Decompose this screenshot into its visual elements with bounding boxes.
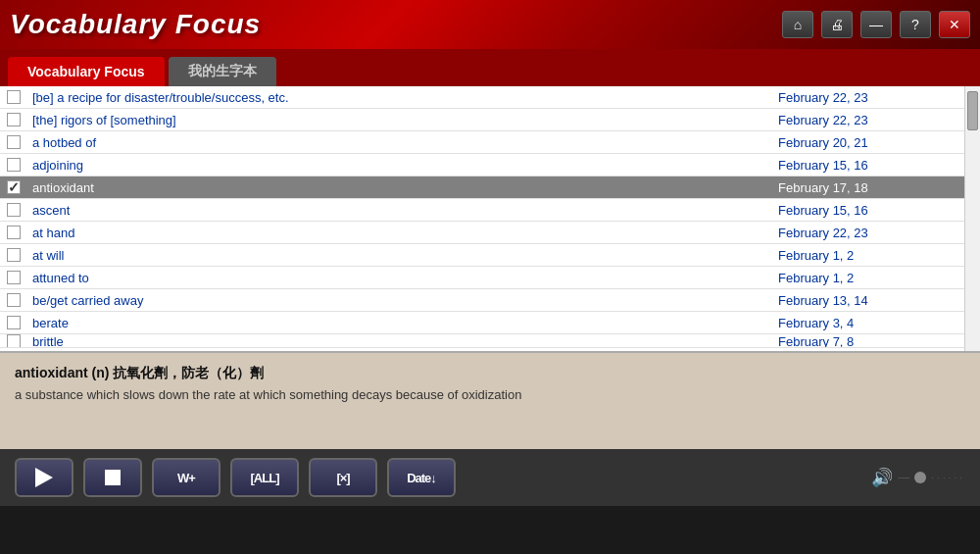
checkbox-cell[interactable] <box>0 293 27 307</box>
table-row[interactable]: attuned to February 1, 2 <box>0 267 964 289</box>
x-button[interactable]: [×] <box>309 458 377 497</box>
volume-icon[interactable]: 🔊 <box>871 467 893 488</box>
checkbox-cell[interactable] <box>0 135 27 149</box>
word-cell: be/get carried away <box>27 291 768 309</box>
date-cell: February 15, 16 <box>768 156 964 174</box>
date-text: February 22, 23 <box>778 90 868 105</box>
row-checkbox[interactable] <box>7 271 21 284</box>
row-checkbox-checked[interactable]: ✓ <box>7 180 21 194</box>
row-checkbox[interactable] <box>7 113 21 126</box>
tab-my-wordbook[interactable]: 我的生字本 <box>169 57 276 86</box>
row-checkbox[interactable] <box>7 334 21 348</box>
header-icon-group: ⌂ 🖨 — ? ✕ <box>782 11 970 38</box>
close-button[interactable]: ✕ <box>939 11 970 38</box>
minimize-button[interactable]: — <box>860 11 892 38</box>
home-button[interactable]: ⌂ <box>782 11 813 38</box>
volume-dots-left: — <box>898 471 909 484</box>
table-row-selected[interactable]: ✓ antioxidant February 17, 18 <box>0 176 964 199</box>
stop-icon <box>105 470 121 485</box>
table-row[interactable]: [the] rigors of [something] February 22,… <box>0 109 964 131</box>
date-cell: February 22, 23 <box>768 111 964 128</box>
all-button[interactable]: [ALL] <box>230 458 299 497</box>
play-button[interactable] <box>15 458 74 497</box>
word-text: a hotbed of <box>32 135 96 150</box>
row-checkbox[interactable] <box>7 203 21 217</box>
print-button[interactable]: 🖨 <box>821 11 853 38</box>
date-cell: February 15, 16 <box>768 201 964 219</box>
checkbox-cell[interactable] <box>0 158 27 172</box>
table-row[interactable]: a hotbed of February 20, 21 <box>0 131 964 154</box>
word-cell: a hotbed of <box>27 133 768 151</box>
close-icon: ✕ <box>949 17 960 32</box>
table-row[interactable]: adjoining February 15, 16 <box>0 154 964 176</box>
table-row[interactable]: brittle February 7, 8 <box>0 334 964 348</box>
word-cell: at will <box>27 246 768 264</box>
table-row[interactable]: be/get carried away February 13, 14 <box>0 289 964 312</box>
w-plus-label: W+ <box>177 471 195 485</box>
check-icon: ✓ <box>8 179 20 195</box>
row-checkbox[interactable] <box>7 135 21 149</box>
row-checkbox[interactable] <box>7 158 21 172</box>
date-cell: February 1, 2 <box>768 246 964 264</box>
word-cell: adjoining <box>27 156 768 174</box>
vocab-list: [be] a recipe for disaster/trouble/succe… <box>0 86 980 351</box>
table-row[interactable]: ascent February 15, 16 <box>0 199 964 222</box>
x-label: [×] <box>336 471 349 485</box>
date-cell: February 3, 4 <box>768 314 964 331</box>
bottom-toolbar: W+ [ALL] [×] Date↓ 🔊 — ······ <box>0 449 980 506</box>
row-checkbox[interactable] <box>7 248 21 262</box>
table-row[interactable]: at will February 1, 2 <box>0 244 964 267</box>
stop-button[interactable] <box>83 458 142 497</box>
definition-english: a substance which slows down the rate at… <box>15 387 965 402</box>
table-row[interactable]: [be] a recipe for disaster/trouble/succe… <box>0 86 964 109</box>
play-icon <box>35 468 53 487</box>
checkbox-cell[interactable] <box>0 226 27 239</box>
volume-area: 🔊 — ······ <box>871 467 965 488</box>
date-cell: February 1, 2 <box>768 269 964 286</box>
word-text: brittle <box>32 334 64 348</box>
word-cell: ascent <box>27 201 768 219</box>
definition-word: antioxidant (n) 抗氧化劑，防老（化）劑 <box>15 365 965 382</box>
checkbox-cell[interactable] <box>0 271 27 284</box>
w-plus-button[interactable]: W+ <box>152 458 220 497</box>
date-cell: February 17, 18 <box>768 178 964 196</box>
tab-vocabulary-focus[interactable]: Vocabulary Focus <box>8 57 165 86</box>
checkbox-cell[interactable] <box>0 203 27 217</box>
word-text: [the] rigors of [something] <box>32 113 176 127</box>
date-cell: February 22, 23 <box>768 88 964 106</box>
home-icon: ⌂ <box>794 17 802 32</box>
date-button[interactable]: Date↓ <box>387 458 456 497</box>
checkbox-cell[interactable] <box>0 248 27 262</box>
scrollbar-thumb[interactable] <box>967 91 978 130</box>
date-text: February 3, 4 <box>778 316 854 330</box>
row-checkbox[interactable] <box>7 293 21 307</box>
table-row[interactable]: at hand February 22, 23 <box>0 222 964 244</box>
word-cell: attuned to <box>27 269 768 286</box>
date-text: February 20, 21 <box>778 135 868 150</box>
checkbox-cell[interactable] <box>0 90 27 104</box>
date-text: February 17, 18 <box>778 180 868 195</box>
word-cell: antioxidant <box>27 178 768 196</box>
word-text: antioxidant <box>32 180 94 195</box>
row-checkbox[interactable] <box>7 226 21 239</box>
word-text: attuned to <box>32 271 89 285</box>
help-button[interactable]: ? <box>900 11 931 38</box>
row-checkbox[interactable] <box>7 90 21 104</box>
checkbox-cell[interactable] <box>0 113 27 126</box>
tab-bar: Vocabulary Focus 我的生字本 <box>0 49 980 86</box>
date-text: February 1, 2 <box>778 248 854 263</box>
word-text: [be] a recipe for disaster/trouble/succe… <box>32 90 289 105</box>
row-checkbox[interactable] <box>7 316 21 329</box>
word-cell: berate <box>27 314 768 331</box>
minimize-icon: — <box>869 17 883 32</box>
checkbox-cell[interactable] <box>0 334 27 348</box>
table-row[interactable]: berate February 3, 4 <box>0 312 964 334</box>
word-text: adjoining <box>32 158 83 173</box>
app-title: Vocabulary Focus <box>10 9 261 40</box>
date-cell: February 22, 23 <box>768 224 964 241</box>
date-text: February 7, 8 <box>778 334 854 348</box>
scrollbar[interactable] <box>964 86 980 351</box>
checkbox-cell[interactable]: ✓ <box>0 180 27 194</box>
checkbox-cell[interactable] <box>0 316 27 329</box>
volume-knob[interactable] <box>914 472 926 483</box>
